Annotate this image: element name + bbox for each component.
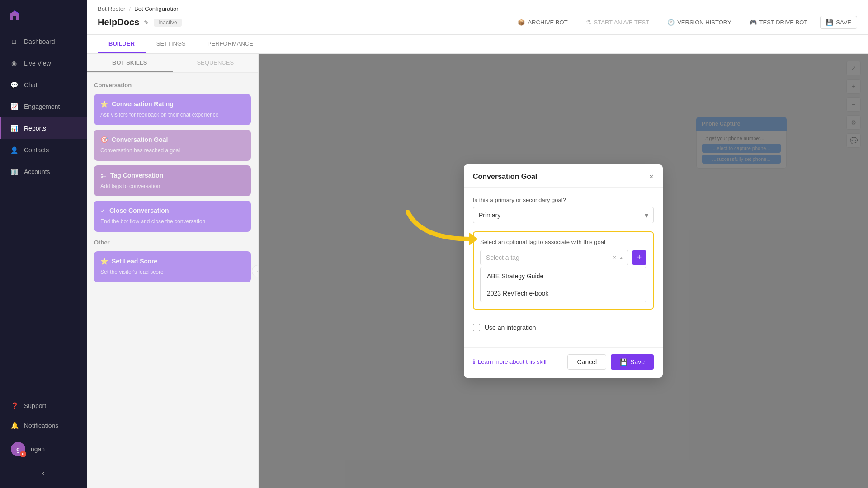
archive-icon: 📦 (518, 19, 525, 26)
sidebar-item-chat[interactable]: 💬 Chat (0, 74, 87, 96)
goal-card-icon: 🎯 (100, 136, 108, 143)
skill-card-header: ✓ Close Conversation (100, 207, 245, 214)
tag-add-button[interactable]: + (632, 250, 646, 265)
close-card-desc: End the bot flow and close the conversat… (100, 218, 245, 225)
breadcrumb-current: Bot Configuration (134, 5, 179, 12)
skill-card-conversation-rating[interactable]: ⭐ Conversation Rating Ask visitors for f… (94, 94, 251, 125)
sidebar-item-accounts[interactable]: 🏢 Accounts (0, 161, 87, 183)
tag-section: Select an optional tag to associate with… (473, 231, 654, 310)
tab-builder[interactable]: BUILDER (98, 35, 146, 53)
test-drive-icon: 🎮 (750, 19, 757, 26)
version-history-label: VERSION HISTORY (677, 19, 731, 26)
canvas-area: Phone Capture ...t get your phone number… (259, 54, 868, 488)
modal-close-button[interactable]: × (649, 173, 654, 181)
sidebar-item-contacts[interactable]: 👤 Contacts (0, 139, 87, 161)
subtab-sequences[interactable]: SEQUENCES (173, 54, 259, 72)
info-icon: ℹ (473, 358, 475, 365)
rating-card-icon: ⭐ (100, 100, 108, 108)
left-panel: BOT SKILLS SEQUENCES Conversation ⭐ Conv… (87, 54, 259, 488)
integration-checkbox[interactable] (473, 324, 480, 331)
tag-search-input[interactable] (484, 250, 611, 265)
sidebar-item-liveview[interactable]: ◉ Live View (0, 52, 87, 74)
goal-type-select[interactable]: Primary Secondary (473, 207, 654, 223)
collapse-panel-button[interactable]: ‹ (252, 265, 259, 277)
other-section-header: Other (94, 239, 251, 246)
save-modal-icon: 💾 (620, 358, 627, 366)
subtab-bot-skills[interactable]: BOT SKILLS (87, 54, 173, 72)
sidebar-collapse-button[interactable]: ‹ (7, 465, 80, 481)
user-name: ngan (31, 446, 45, 453)
ab-test-button[interactable]: ⚗ START AN A/B TEST (580, 16, 655, 28)
contacts-icon: 👤 (9, 145, 19, 155)
ab-test-label: START AN A/B TEST (594, 19, 650, 26)
sidebar-item-label: Engagement (24, 103, 60, 110)
tag-card-desc: Add tags to conversation (100, 183, 245, 190)
sidebar-item-reports[interactable]: 📊 Reports (0, 117, 87, 139)
sidebar-item-support[interactable]: ❓ Support (7, 399, 80, 413)
skill-card-header: ⭐ Conversation Rating (100, 100, 245, 108)
tag-chevron-icon[interactable]: ▴ (618, 254, 624, 261)
tag-clear-icon[interactable]: × (611, 254, 618, 261)
support-icon: ❓ (11, 402, 19, 409)
breadcrumb-parent[interactable]: Bot Roster (98, 5, 125, 12)
learn-more-link[interactable]: ℹ Learn more about this skill (473, 358, 547, 365)
skill-card-conversation-goal[interactable]: 🎯 Conversation Goal Conversation has rea… (94, 130, 251, 161)
notifications-icon: 🔔 (11, 422, 19, 429)
subtabs: BOT SKILLS SEQUENCES (87, 54, 258, 73)
save-button[interactable]: 💾 SAVE (820, 16, 857, 29)
rating-card-desc: Ask visitors for feedback on their chat … (100, 111, 245, 119)
conversation-goal-modal: Conversation Goal × Is this a primary or… (464, 164, 663, 378)
page-title-row: HelpDocs ✎ Inactive (98, 17, 182, 28)
conversation-section-header: Conversation (94, 82, 251, 89)
goal-type-select-wrapper: Primary Secondary ▾ (473, 207, 654, 223)
dashboard-icon: ⊞ (9, 37, 19, 46)
support-label: Support (24, 402, 46, 409)
sidebar-item-label: Chat (24, 81, 38, 89)
accounts-icon: 🏢 (9, 167, 19, 176)
save-modal-button[interactable]: 💾 Save (611, 354, 654, 370)
test-drive-button[interactable]: 🎮 TEST DRIVE BOT (744, 16, 813, 28)
modal-body: Is this a primary or secondary goal? Pri… (464, 188, 663, 347)
skill-card-close-conversation[interactable]: ✓ Close Conversation End the bot flow an… (94, 201, 251, 232)
sidebar-item-label: Accounts (24, 168, 50, 175)
version-history-button[interactable]: 🕐 VERSION HISTORY (662, 16, 736, 28)
skill-card-header: ⭐ Set Lead Score (100, 258, 245, 265)
lead-score-desc: Set the visitor's lead score (100, 268, 245, 276)
ab-test-icon: ⚗ (586, 19, 591, 26)
main-tabs: BUILDER SETTINGS PERFORMANCE (87, 35, 868, 54)
sidebar-item-dashboard[interactable]: ⊞ Dashboard (0, 31, 87, 52)
tab-performance[interactable]: PERFORMANCE (197, 35, 264, 53)
close-card-title: Close Conversation (109, 207, 169, 214)
tag-card-title: Tag Conversation (110, 172, 163, 179)
tag-dropdown: ABE Strategy Guide 2023 RevTech e-book (480, 267, 646, 302)
footer-buttons: Cancel 💾 Save (567, 354, 654, 370)
topbar-row: HelpDocs ✎ Inactive 📦 ARCHIVE BOT ⚗ STAR… (98, 16, 857, 29)
skill-card-set-lead-score[interactable]: ⭐ Set Lead Score Set the visitor's lead … (94, 251, 251, 282)
test-drive-label: TEST DRIVE BOT (760, 19, 808, 26)
tab-settings[interactable]: SETTINGS (146, 35, 197, 53)
engagement-icon: 📈 (9, 102, 19, 111)
main-content: Bot Roster / Bot Configuration HelpDocs … (87, 0, 868, 488)
status-badge: Inactive (154, 19, 181, 27)
sidebar-item-user[interactable]: g 6 ngan (7, 438, 80, 460)
sidebar-bottom: ❓ Support 🔔 Notifications g 6 ngan ‹ (0, 391, 87, 488)
tag-dropdown-item-revtech[interactable]: 2023 RevTech e-book (481, 285, 646, 302)
integration-label[interactable]: Use an integration (485, 324, 536, 331)
avatar-badge: 6 (20, 451, 26, 457)
archive-bot-button[interactable]: 📦 ARCHIVE BOT (512, 16, 573, 28)
chat-icon: 💬 (9, 80, 19, 89)
sidebar-item-notifications[interactable]: 🔔 Notifications (7, 418, 80, 433)
sidebar-logo[interactable] (0, 0, 87, 31)
goal-type-group: Is this a primary or secondary goal? Pri… (473, 197, 654, 223)
archive-label: ARCHIVE BOT (528, 19, 567, 26)
lead-score-title: Set Lead Score (112, 258, 157, 265)
tag-dropdown-item-abe[interactable]: ABE Strategy Guide (481, 267, 646, 285)
breadcrumb-separator: / (129, 5, 131, 12)
integration-row: Use an integration (473, 317, 654, 338)
sidebar-item-engagement[interactable]: 📈 Engagement (0, 96, 87, 117)
goal-type-label: Is this a primary or secondary goal? (473, 197, 654, 203)
save-icon: 💾 (826, 19, 833, 26)
skill-card-tag-conversation[interactable]: 🏷 Tag Conversation Add tags to conversat… (94, 165, 251, 197)
edit-title-icon[interactable]: ✎ (144, 19, 149, 26)
cancel-button[interactable]: Cancel (567, 354, 606, 370)
